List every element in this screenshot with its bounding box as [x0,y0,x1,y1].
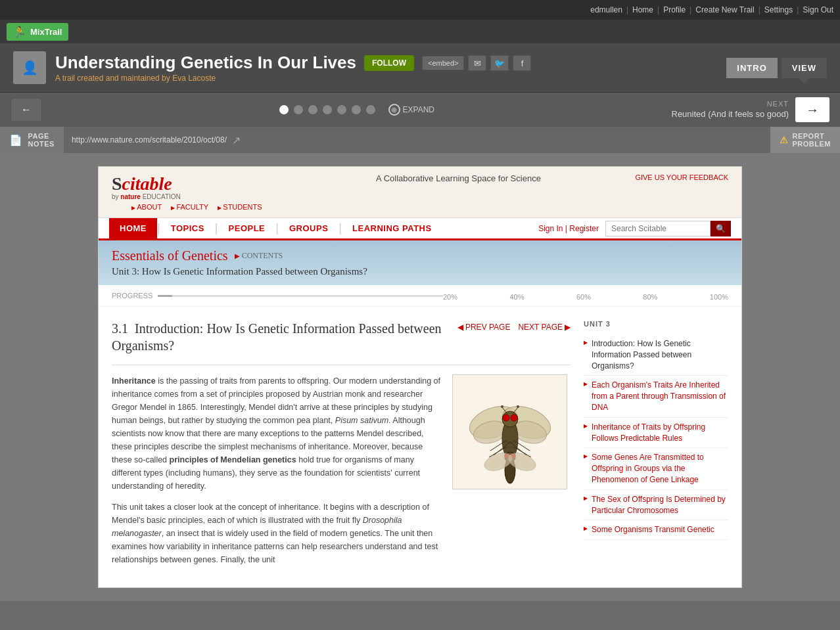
report-label: REPORT PROBLEM [793,132,831,148]
next-page-button[interactable]: NEXT PAGE ▶ [518,323,571,332]
by-nature-label: by nature EDUCATION [112,193,262,200]
article-body: Inheritance is the passing of traits fro… [112,374,571,574]
dot-1[interactable] [279,105,289,114]
scitable-logo: Scitable [112,173,262,194]
article-paragraph-2: This unit takes a closer look at the con… [112,501,442,566]
profile-link[interactable]: Profile [663,5,686,14]
embed-button[interactable]: <embed> [422,56,464,70]
sign-in-links[interactable]: Sign In | Register [538,224,599,233]
warning-icon: ⚠ [780,135,789,145]
nav-home[interactable]: HOME [109,218,157,238]
students-link[interactable]: STUDENTS [218,203,262,211]
dot-nav: ⊕ EXPAND [279,104,434,116]
svg-point-6 [503,415,509,421]
nav-topics[interactable]: TOPICS [160,218,215,238]
mixtrail-bar: 🏃 MixTrail [0,20,840,43]
feedback-section: GIVE US YOUR FEEDBACK [635,173,728,181]
page-notes-button[interactable]: 📄 PAGE NOTES [0,127,64,153]
progress-markers: 20% 40% 60% 80% 100% [443,290,728,301]
prev-page-button[interactable]: ◀ PREV PAGE [457,323,510,332]
url-bar: http://www.nature.com/scritable/2010/oct… [64,134,770,146]
next-nav: NEXT Reunited (And it feels so good) → [672,97,830,122]
mail-icon[interactable]: ✉ [468,55,486,71]
svg-point-20 [517,405,519,408]
follow-button[interactable]: FOLLOW [364,55,414,71]
expand-label: EXPAND [403,105,434,114]
contents-link[interactable]: ▶ CONTENTS [235,251,283,261]
scitable-content: Essentials of Genetics ▶ CONTENTS Unit 3… [99,240,741,587]
runner-icon: 🏃 [13,26,26,38]
article-sidebar: UNIT 3 Introduction: How Is Genetic Info… [584,320,728,574]
dot-5[interactable] [337,105,346,114]
essentials-title: Essentials of Genetics ▶ CONTENTS [112,248,728,263]
header-icons: <embed> ✉ 🐦 f [422,55,531,71]
trail-info: Understanding Genetics In Our Lives FOLL… [55,53,531,82]
unit-title: Unit 3: How Is Genetic Information Passe… [112,266,728,277]
sidebar-item-0[interactable]: Introduction: How Is Genetic Information… [584,334,728,376]
author-name: Eva Lacoste [172,74,216,83]
dot-2[interactable] [294,105,303,114]
svg-point-7 [511,415,517,421]
article-title: 3.1 Introduction: How Is Genetic Informa… [112,320,457,354]
header: 👤 Understanding Genetics In Our Lives FO… [0,43,840,93]
signout-link[interactable]: Sign Out [803,5,833,14]
dot-3[interactable] [308,105,317,114]
search-input[interactable] [605,221,711,236]
about-link[interactable]: ABOUT [131,203,162,211]
nav-groups[interactable]: GROUPS [279,218,338,238]
view-button[interactable]: VIEW [782,58,827,78]
dot-7[interactable] [366,105,375,114]
next-label: NEXT [672,99,789,108]
sidebar-item-3[interactable]: Some Genes Are Transmitted to Offspring … [584,448,728,489]
dot-6[interactable] [352,105,361,114]
article-text-column: Inheritance is the passing of traits fro… [112,374,442,574]
dot-4[interactable] [323,105,332,114]
essentials-header: Essentials of Genetics ▶ CONTENTS Unit 3… [99,240,741,285]
expand-icon: ⊕ [388,104,400,116]
url-text: http://www.nature.com/scritable/2010/oct… [72,135,227,145]
expand-button[interactable]: ⊕ EXPAND [388,104,434,116]
settings-link[interactable]: Settings [764,5,793,14]
username-label: edmullen [590,5,622,14]
progress-100: 100% [710,293,728,301]
progress-20: 20% [443,293,457,301]
trail-title: Understanding Genetics In Our Lives [55,53,356,73]
sidebar-item-4[interactable]: The Sex of Offspring Is Determined by Pa… [584,490,728,521]
sidebar-item-2[interactable]: Inheritance of Traits by Offspring Follo… [584,418,728,449]
svg-point-19 [501,405,503,408]
content-area: Scitable by nature EDUCATION ABOUT FACUL… [0,153,840,601]
faculty-link[interactable]: FACULTY [171,203,208,211]
home-link[interactable]: Home [632,5,653,14]
header-left: 👤 Understanding Genetics In Our Lives FO… [13,51,531,84]
mixtrail-label: MixTrail [30,27,62,37]
scitable-nav: HOME | TOPICS | PEOPLE | GROUPS | LEARNI… [99,218,741,240]
intro-button[interactable]: INTRO [726,58,777,78]
mixtrail-logo[interactable]: 🏃 MixTrail [7,23,68,41]
create-trail-link[interactable]: Create New Trail [695,5,754,14]
progress-bar-fill [158,295,172,297]
report-problem-button[interactable]: ⚠ REPORT PROBLEM [770,127,840,153]
external-link-icon[interactable]: ↗ [232,134,241,146]
back-button[interactable]: ← [11,98,42,122]
navigation-bar: ← ⊕ EXPAND NEXT Reunited (And it feels s… [0,93,840,127]
nav-learning-paths[interactable]: LEARNING PATHS [342,218,442,238]
sidebar-item-5[interactable]: Some Organisms Transmit Genetic [584,520,728,540]
header-right: INTRO VIEW [726,58,827,78]
facebook-icon[interactable]: f [513,55,531,71]
top-navigation: edmullen | Home | Profile | Create New T… [0,0,840,20]
notes-icon: 📄 [9,134,23,146]
scitable-header: Scitable by nature EDUCATION ABOUT FACUL… [99,167,741,218]
next-title: Reunited (And it feels so good) [672,109,789,120]
twitter-icon[interactable]: 🐦 [490,55,509,71]
article-content: 3.1 Introduction: How Is Genetic Informa… [99,307,741,587]
nav-people[interactable]: PEOPLE [218,218,276,238]
article-main: 3.1 Introduction: How Is Genetic Informa… [112,320,571,574]
search-button[interactable]: 🔍 [711,221,731,236]
fruit-fly-image [452,374,567,489]
progress-60: 60% [576,293,591,301]
sidebar-unit-label: UNIT 3 [584,320,728,328]
next-button[interactable]: → [795,97,829,122]
feedback-link[interactable]: GIVE US YOUR FEEDBACK [635,173,728,181]
page-navigation: ◀ PREV PAGE NEXT PAGE ▶ [457,320,571,332]
sidebar-item-1[interactable]: Each Organism's Traits Are Inherited fro… [584,376,728,417]
